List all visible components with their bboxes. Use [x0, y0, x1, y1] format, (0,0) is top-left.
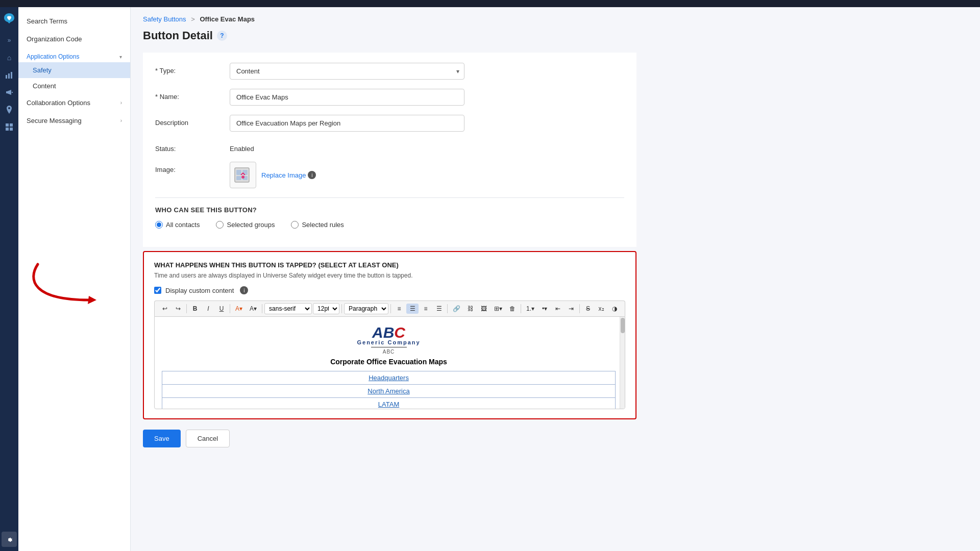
sidebar-subitem-content[interactable]: Content [18, 78, 130, 94]
rich-text-editor: ↩ ↪ B I U A▾ A▾ sans-serif serif monospa… [154, 300, 625, 409]
radio-selected-groups-input[interactable] [216, 221, 224, 229]
icon-bar-settings[interactable] [2, 532, 17, 547]
breadcrumb-sep: > [191, 15, 195, 23]
abc-letter-c: C [394, 324, 405, 341]
svg-point-12 [241, 176, 244, 179]
icon-bar-grid[interactable] [2, 119, 17, 135]
rte-indent-less[interactable]: ⇤ [552, 304, 564, 314]
icon-bar-home[interactable]: ⌂ [2, 50, 17, 65]
rte-subscript[interactable]: x₂ [595, 304, 607, 314]
cancel-button[interactable]: Cancel [186, 430, 230, 447]
radio-group-visibility: All contacts Selected groups Selected ru… [155, 221, 624, 229]
svg-rect-3 [6, 123, 9, 127]
display-custom-label[interactable]: Display custom content [165, 287, 234, 294]
sidebar-item-secure-messaging[interactable]: Secure Messaging › [18, 112, 130, 130]
rte-ul[interactable]: •▾ [538, 304, 551, 314]
svg-rect-10 [236, 176, 241, 180]
image-info-icon[interactable]: i [308, 171, 316, 179]
link-na[interactable]: North America [368, 387, 409, 395]
button-action-section: WHAT HAPPENS WHEN THIS BUTTON IS TAPPED?… [143, 251, 636, 419]
sidebar-section-app-options[interactable]: Application Options ▾ [18, 48, 130, 62]
rte-table[interactable]: ⊞▾ [491, 304, 505, 314]
rte-image[interactable]: 🖼 [478, 304, 490, 314]
rte-align-center[interactable]: ☰ [406, 304, 419, 314]
rte-font-size[interactable]: 12pt 10pt 14pt 16pt [313, 303, 339, 314]
radio-selected-groups[interactable]: Selected groups [216, 221, 275, 229]
rte-company-name: Generic Company [357, 339, 420, 345]
display-custom-info-icon[interactable]: i [240, 286, 248, 294]
rte-company-sub: ABC [383, 349, 395, 355]
radio-selected-rules-input[interactable] [291, 221, 299, 229]
rte-indent-more[interactable]: ⇥ [565, 304, 577, 314]
type-select[interactable]: Content Link Form [230, 63, 464, 80]
action-row: Save Cancel [143, 430, 636, 447]
radio-selected-rules[interactable]: Selected rules [291, 221, 344, 229]
rte-sep-8 [579, 304, 580, 313]
rte-align-left[interactable]: ≡ [393, 304, 405, 314]
link-hq[interactable]: Headquarters [369, 374, 409, 382]
rte-scroll-thumb [621, 318, 625, 333]
page-title-row: Button Detail ? [143, 29, 636, 42]
form-row-image: Image: Replace Image [155, 162, 624, 188]
rte-highlight[interactable]: A▾ [247, 304, 260, 314]
abc-logo: A B C Generic Company ABC [162, 324, 616, 355]
rte-contrast[interactable]: ◑ [608, 304, 621, 314]
top-bar [0, 0, 980, 7]
form-row-name: * Name: [155, 89, 624, 106]
rte-redo[interactable]: ↪ [172, 304, 184, 314]
rte-undo[interactable]: ↩ [159, 304, 171, 314]
main-content: Safety Buttons > Office Evac Maps Button… [131, 7, 649, 551]
icon-bar-chart[interactable] [2, 67, 17, 83]
table-row: LATAM [162, 398, 616, 409]
display-custom-checkbox[interactable] [154, 287, 161, 294]
sidebar-item-search-terms[interactable]: Search Terms [18, 12, 130, 30]
form-row-description: Description [155, 115, 624, 132]
name-input[interactable] [230, 89, 464, 106]
rte-delete[interactable]: 🗑 [506, 304, 519, 314]
rte-underline[interactable]: U [215, 304, 228, 314]
svg-rect-1 [8, 73, 10, 79]
icon-bar-pin[interactable] [2, 102, 17, 117]
rte-scrollbar[interactable] [620, 317, 625, 409]
radio-all-contacts-input[interactable] [155, 221, 163, 229]
help-icon[interactable]: ? [217, 31, 227, 41]
rte-align-right[interactable]: ≡ [420, 304, 432, 314]
divider-1 [155, 197, 624, 198]
save-button[interactable]: Save [143, 430, 181, 447]
rte-ol[interactable]: 1.▾ [523, 304, 537, 314]
sidebar-item-collab-options[interactable]: Collaboration Options › [18, 94, 130, 112]
breadcrumb-parent[interactable]: Safety Buttons [143, 15, 186, 23]
svg-rect-8 [236, 170, 241, 175]
visibility-heading: WHO CAN SEE THIS BUTTON? [155, 206, 624, 214]
rte-body[interactable]: A B C Generic Company ABC Corporate Offi… [154, 316, 625, 409]
radio-all-contacts[interactable]: All contacts [155, 221, 200, 229]
rte-align-justify[interactable]: ☰ [433, 304, 445, 314]
rte-font-color[interactable]: A▾ [232, 304, 246, 314]
rte-font-family[interactable]: sans-serif serif monospace [264, 303, 312, 314]
rte-paragraph[interactable]: Paragraph Heading 1 Heading 2 [344, 303, 388, 314]
table-row: Headquarters [162, 371, 616, 385]
image-area: Replace Image i [230, 162, 316, 188]
rte-underline [371, 347, 407, 347]
description-label: Description [155, 115, 222, 127]
svg-rect-2 [11, 72, 12, 79]
abc-letter-b: B [383, 324, 395, 341]
link-latam[interactable]: LATAM [378, 400, 399, 408]
rte-sep-3 [262, 304, 262, 313]
rte-unlink[interactable]: ⛓ [464, 304, 477, 314]
display-custom-row: Display custom content i [154, 286, 625, 294]
rte-strikethrough[interactable]: S [582, 304, 594, 314]
image-preview [230, 162, 256, 188]
description-input[interactable] [230, 115, 464, 132]
rte-bold[interactable]: B [189, 304, 201, 314]
icon-bar-megaphone[interactable] [2, 85, 17, 100]
collab-chevron: › [120, 100, 122, 106]
type-label: * Type: [155, 63, 222, 74]
rte-italic[interactable]: I [202, 304, 214, 314]
rte-link[interactable]: 🔗 [450, 304, 463, 314]
sidebar-item-org-code[interactable]: Organization Code [18, 30, 130, 48]
replace-image-link[interactable]: Replace Image [261, 171, 306, 179]
icon-bar-expand[interactable]: » [2, 33, 17, 48]
sidebar-subitem-safety[interactable]: Safety [18, 62, 130, 78]
breadcrumb: Safety Buttons > Office Evac Maps [143, 15, 636, 23]
